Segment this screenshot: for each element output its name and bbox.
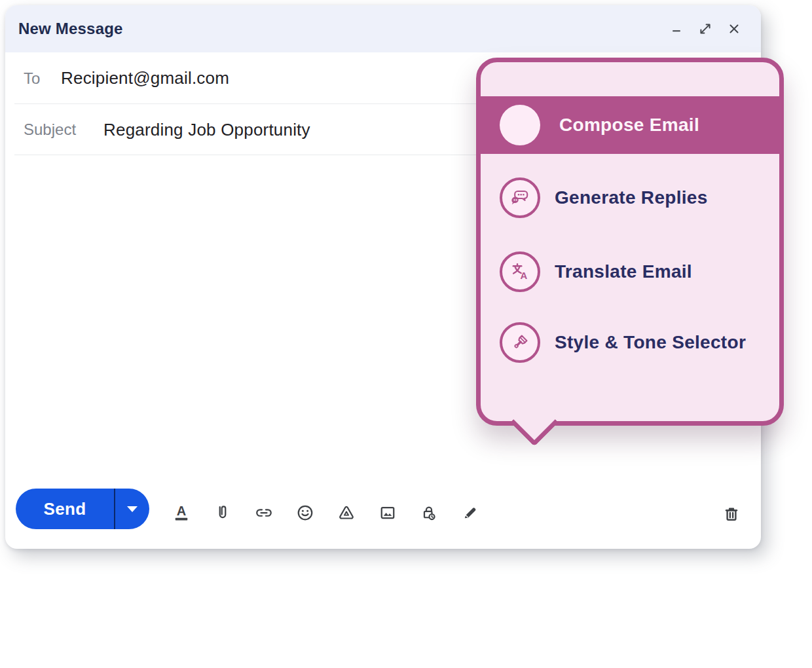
compose-window-header[interactable]: New Message (5, 5, 761, 52)
translate-icon: A (500, 251, 540, 292)
insert-photo-button[interactable] (377, 502, 399, 524)
insert-drive-file-icon (337, 503, 356, 523)
menu-item-label: Generate Replies (555, 187, 708, 208)
menu-item-label: Translate Email (555, 261, 692, 282)
assistant-popup: Compose Email Generate Replies (476, 58, 784, 426)
discard-draft-button[interactable] (720, 502, 743, 525)
insert-photo-icon (378, 503, 397, 523)
expand-button[interactable] (695, 19, 715, 39)
close-icon (726, 21, 742, 37)
insert-emoji-button[interactable] (294, 502, 316, 524)
expand-icon (697, 21, 713, 37)
send-button[interactable]: Send (16, 489, 114, 529)
attach-file-button[interactable] (212, 502, 234, 524)
menu-item-translate-email[interactable]: A Translate Email (500, 249, 766, 295)
svg-text:A: A (521, 270, 528, 281)
send-button-group[interactable]: Send (16, 489, 149, 529)
formatting-toolbar: A (170, 502, 481, 524)
formatting-options-icon: A (172, 503, 191, 523)
subject-value[interactable]: Regarding Job Opportunity (103, 120, 310, 140)
send-options-button[interactable] (115, 489, 149, 529)
minimize-icon (669, 21, 684, 37)
window-controls (667, 19, 744, 39)
menu-item-style-tone-selector[interactable]: Style & Tone Selector (500, 320, 766, 365)
trash-icon (721, 503, 742, 524)
signature-pen-icon (460, 503, 480, 523)
confidential-mode-button[interactable] (418, 502, 440, 524)
to-label: To (24, 69, 61, 88)
formatting-options-button[interactable]: A (170, 502, 193, 524)
window-title: New Message (18, 20, 123, 38)
attach-file-icon (213, 503, 232, 523)
confidential-mode-icon (419, 503, 439, 523)
menu-item-generate-replies[interactable]: Generate Replies (500, 175, 766, 221)
menu-item-compose-email[interactable]: Compose Email (476, 96, 784, 154)
close-button[interactable] (724, 19, 744, 39)
svg-text:A: A (177, 504, 186, 518)
page-background: New Message (0, 0, 812, 668)
minimize-button[interactable] (667, 19, 686, 39)
paint-brush-icon (500, 322, 540, 363)
chat-bubbles-icon (500, 177, 540, 218)
insert-link-button[interactable] (253, 502, 275, 524)
to-value[interactable]: Recipient@gmail.com (61, 68, 229, 88)
insert-emoji-icon (295, 503, 315, 523)
menu-item-label: Style & Tone Selector (555, 332, 746, 353)
compose-circle-icon (500, 105, 540, 145)
compose-toolbar: Send A (5, 488, 761, 549)
menu-item-label: Compose Email (559, 115, 699, 136)
signature-pen-button[interactable] (459, 502, 481, 524)
insert-drive-file-button[interactable] (335, 502, 358, 524)
insert-link-icon (254, 503, 274, 523)
subject-label: Subject (24, 121, 103, 139)
chevron-down-icon (127, 506, 138, 512)
